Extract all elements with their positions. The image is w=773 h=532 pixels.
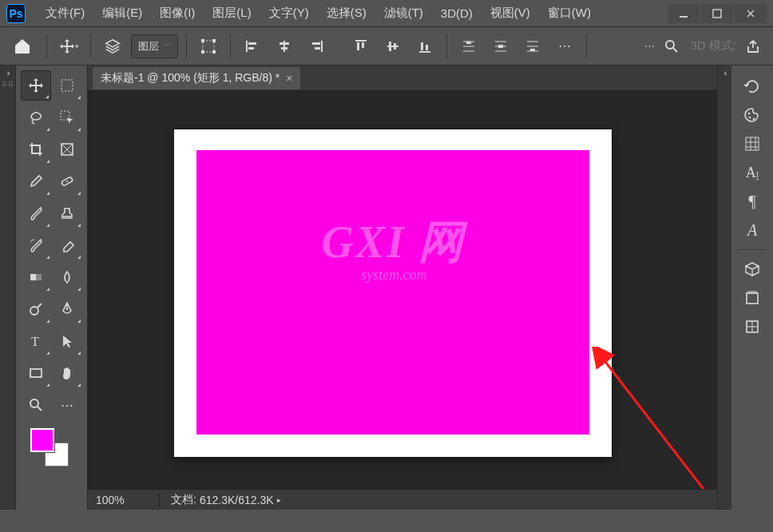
- menu-select[interactable]: 选择(S): [318, 2, 375, 24]
- tab-close-icon[interactable]: ×: [286, 72, 292, 85]
- tool-eyedropper[interactable]: [21, 166, 51, 197]
- distribute-top-button[interactable]: [455, 33, 482, 60]
- menu-view[interactable]: 视图(V): [482, 2, 539, 24]
- share-button[interactable]: [739, 33, 767, 60]
- options-bar: ▾ 图层 ﹀ ⋯ ⋯ 3D 模式:: [0, 27, 773, 66]
- svg-rect-9: [248, 47, 254, 50]
- align-right-button[interactable]: [303, 33, 330, 60]
- tool-edit-toolbar[interactable]: ⋯: [53, 390, 83, 420]
- menu-filter[interactable]: 滤镜(T): [375, 2, 432, 24]
- svg-rect-32: [498, 45, 503, 48]
- left-panel-collapse[interactable]: ›› ⠿⠿: [0, 66, 16, 510]
- panel-adjustments[interactable]: [738, 314, 767, 339]
- align-vcenter-icon: [386, 39, 400, 54]
- tool-gradient[interactable]: [21, 262, 51, 292]
- transform-handles-icon: [200, 38, 216, 54]
- chevron-right-icon: ▸: [277, 496, 281, 504]
- menu-3d[interactable]: 3D(D): [432, 3, 482, 23]
- panel-swatches[interactable]: [738, 131, 767, 157]
- tool-pen[interactable]: [53, 294, 83, 324]
- canvas-viewport[interactable]: GXI 网 system.com: [88, 91, 717, 489]
- document-tab[interactable]: 未标题-1 @ 100% (矩形 1, RGB/8) * ×: [93, 67, 300, 89]
- menu-type[interactable]: 文字(Y): [260, 2, 318, 24]
- tool-rect-marquee[interactable]: [53, 70, 83, 101]
- panel-character[interactable]: AI: [738, 160, 767, 185]
- history-brush-icon: [28, 237, 44, 253]
- align-bottom-button[interactable]: [411, 33, 438, 60]
- panel-grip-icon: ⠿⠿: [2, 81, 14, 89]
- tool-path-select[interactable]: [53, 326, 83, 356]
- svg-rect-57: [746, 137, 759, 150]
- auto-select-scope-dropdown[interactable]: 图层 ﹀: [131, 34, 178, 58]
- tool-hand[interactable]: [53, 358, 83, 388]
- svg-point-37: [666, 41, 674, 49]
- svg-rect-12: [281, 47, 287, 50]
- svg-rect-6: [212, 50, 216, 54]
- tool-frame[interactable]: [53, 134, 83, 165]
- tool-healing[interactable]: [53, 166, 83, 197]
- tool-lasso[interactable]: [21, 102, 51, 133]
- tool-history-brush[interactable]: [21, 230, 51, 260]
- status-bar: 100% 文档: 612.3K/612.3K ▸: [88, 489, 717, 510]
- hand-icon: [59, 365, 75, 381]
- align-top-button[interactable]: [347, 33, 375, 60]
- svg-point-51: [30, 399, 38, 407]
- status-doc-info[interactable]: 文档: 612.3K/612.3K ▸: [160, 493, 281, 507]
- search-button[interactable]: [658, 33, 685, 60]
- tool-zoom[interactable]: [21, 390, 51, 420]
- titlebar: Ps 文件(F) 编辑(E) 图像(I) 图层(L) 文字(Y) 选择(S) 滤…: [0, 0, 773, 27]
- tool-brush[interactable]: [21, 198, 51, 228]
- show-transform-controls[interactable]: [195, 33, 222, 60]
- align-vcenter-button[interactable]: [379, 33, 406, 60]
- align-left-icon: [245, 39, 260, 54]
- foreground-color-swatch[interactable]: [30, 428, 54, 452]
- tool-quick-select[interactable]: [53, 102, 83, 133]
- panel-libraries[interactable]: [738, 285, 767, 311]
- dodge-icon: [28, 301, 44, 317]
- distribute-bottom-button[interactable]: [519, 33, 546, 60]
- panel-paragraph[interactable]: ¶: [738, 189, 767, 214]
- glyph-icon: A: [747, 221, 757, 240]
- eraser-icon: [59, 237, 75, 253]
- right-panel-collapse[interactable]: ‹‹: [717, 66, 731, 510]
- zoom-field[interactable]: 100%: [88, 494, 160, 506]
- distribute-vcenter-button[interactable]: [487, 33, 514, 60]
- auto-select-toggle[interactable]: [99, 33, 126, 60]
- tool-crop[interactable]: [21, 134, 51, 165]
- align-hcenter-button[interactable]: [271, 33, 298, 60]
- overflow-icon[interactable]: ⋯: [644, 40, 655, 52]
- svg-line-52: [38, 407, 42, 411]
- move-tool-indicator[interactable]: ▾: [55, 33, 82, 60]
- menu-file[interactable]: 文件(F): [37, 2, 93, 24]
- close-button[interactable]: [735, 4, 767, 23]
- svg-rect-8: [248, 42, 256, 45]
- color-swatches[interactable]: [21, 425, 82, 473]
- home-button[interactable]: [6, 33, 38, 60]
- tool-dodge[interactable]: [21, 294, 51, 324]
- tool-rectangle[interactable]: [21, 358, 51, 388]
- panel-history[interactable]: [738, 73, 767, 99]
- layers-stack-icon: [104, 38, 121, 55]
- minimize-button[interactable]: [668, 4, 700, 23]
- menu-edit[interactable]: 编辑(E): [93, 2, 151, 24]
- menu-layer[interactable]: 图层(L): [204, 2, 260, 24]
- svg-rect-0: [680, 16, 688, 18]
- tool-type[interactable]: T: [21, 326, 51, 356]
- maximize-button[interactable]: [701, 4, 733, 23]
- align-more-button[interactable]: ⋯: [551, 33, 578, 60]
- menu-window[interactable]: 窗口(W): [539, 2, 600, 24]
- panel-glyphs[interactable]: A: [738, 217, 767, 243]
- document-tab-bar: 未标题-1 @ 100% (矩形 1, RGB/8) * ×: [88, 66, 717, 91]
- tool-move[interactable]: [21, 70, 51, 101]
- menu-image[interactable]: 图像(I): [151, 2, 204, 24]
- search-icon: [664, 39, 679, 54]
- align-left-button[interactable]: [239, 33, 266, 60]
- separator: [46, 34, 47, 58]
- tool-blur[interactable]: [53, 262, 83, 292]
- document-tab-title: 未标题-1 @ 100% (矩形 1, RGB/8) *: [101, 71, 279, 85]
- align-right-icon: [309, 39, 323, 54]
- panel-3d[interactable]: [738, 256, 767, 282]
- panel-color[interactable]: [738, 102, 767, 128]
- tool-stamp[interactable]: [53, 198, 83, 228]
- tool-eraser[interactable]: [53, 230, 83, 260]
